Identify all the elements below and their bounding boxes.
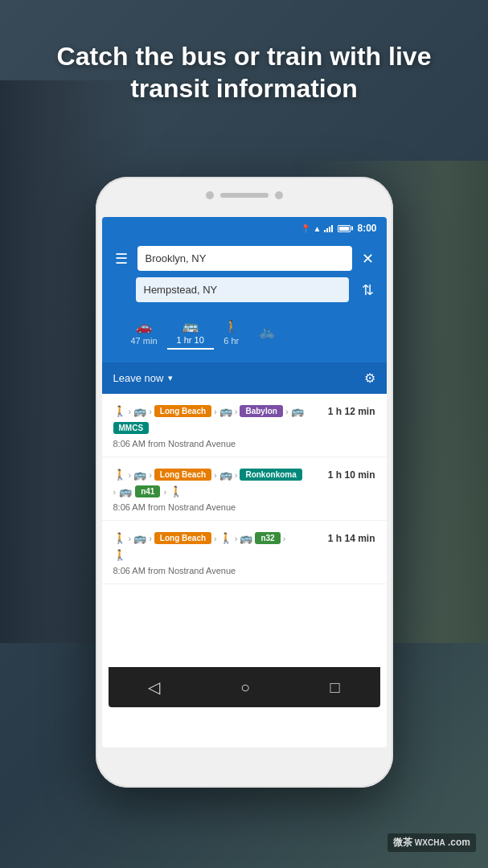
walk-icon-2: 🚶 (113, 469, 126, 481)
battery-icon (338, 225, 351, 232)
arrow-1a: › (129, 407, 132, 416)
long-beach-chip-1: Long Beach (154, 405, 211, 417)
nav-back-button[interactable]: ◁ (141, 671, 166, 703)
transit-time: 1 hr 10 (177, 335, 204, 345)
arrow-3c: › (214, 534, 217, 543)
phone-top-bar (206, 191, 283, 199)
arrow-2b: › (149, 470, 152, 480)
train-icon-1: 🚌 (219, 405, 232, 417)
babylon-chip-1: Babylon (240, 405, 282, 417)
watermark-brand: 微茶 (393, 837, 412, 848)
long-beach-chip-3: Long Beach (154, 532, 211, 544)
route-3-from: 8:06 AM from Nostrand Avenue (113, 566, 375, 575)
signal-icon (324, 224, 333, 232)
filter-button[interactable]: ⚙ (364, 371, 375, 386)
mode-walk[interactable]: 🚶 6 hr (214, 314, 249, 349)
route-item-1[interactable]: 🚶 › 🚌 › Long Beach › 🚌 › Babylon › 🚌 1 h… (102, 394, 387, 457)
walk-icon-2b: 🚶 (170, 485, 182, 497)
arrow-1e: › (285, 407, 289, 416)
route-2-header: 🚶 › 🚌 › Long Beach › 🚌 › Ronkonkoma 1 h … (113, 469, 375, 481)
phone-screen: 📍 ▲ 8:00 ☰ Brooklyn, NY (102, 217, 387, 747)
walk-icon-3: 🚶 (113, 532, 126, 544)
mmcs-chip: MMCS (113, 422, 150, 434)
swap-button[interactable]: ⇅ (359, 278, 377, 302)
train-icon-1b: 🚌 (291, 405, 304, 417)
n41-chip: n41 (135, 485, 160, 497)
dropdown-icon: ▾ (168, 373, 173, 383)
phone-speaker (220, 193, 269, 198)
arrow-1b: › (149, 407, 152, 416)
transport-modes: 🚗 47 min 🚌 1 hr 10 🚶 6 hr 🚲 (112, 309, 377, 351)
train-icon-3: 🚌 (240, 532, 252, 544)
mode-car[interactable]: 🚗 47 min (121, 314, 167, 349)
phone-device: 📍 ▲ 8:00 ☰ Brooklyn, NY (96, 177, 393, 788)
status-bar: 📍 ▲ 8:00 (102, 217, 387, 240)
n32-chip: n32 (255, 532, 280, 544)
watermark-box: 微茶 WXCHA .com (388, 833, 476, 852)
walk-icon: 🚶 (223, 319, 240, 334)
arrow-2d: › (235, 470, 238, 480)
route-3-icons: 🚶 › 🚌 › Long Beach › 🚶 › 🚌 n32 › (113, 532, 322, 544)
leave-now-button[interactable]: Leave now ▾ (113, 372, 174, 384)
arrow-1d: › (235, 407, 238, 416)
destination-row: Hempstead, NY ⇅ (112, 277, 377, 302)
arrow-2e: › (113, 487, 117, 497)
route-2-icons: 🚶 › 🚌 › Long Beach › 🚌 › Ronkonkoma (113, 469, 322, 481)
watermark: 微茶 WXCHA .com (388, 833, 476, 852)
maps-header: ☰ Brooklyn, NY ✕ Hempstead, NY ⇅ 🚗 47 mi… (102, 240, 387, 362)
ronkonkoma-chip: Ronkonkoma (240, 469, 301, 481)
menu-icon[interactable]: ☰ (112, 247, 131, 271)
mode-bike[interactable]: 🚲 (249, 319, 285, 344)
bottom-navigation: ◁ ○ □ (109, 667, 380, 707)
route-1-icons: 🚶 › 🚌 › Long Beach › 🚌 › Babylon › 🚌 (113, 405, 322, 417)
arrow-1c: › (214, 407, 217, 416)
arrow-2f: › (163, 487, 166, 497)
bus-icon-2: 🚌 (133, 469, 146, 481)
car-icon: 🚗 (136, 319, 152, 334)
bike-icon: 🚲 (259, 324, 275, 339)
destination-text: Hempstead, NY (144, 284, 218, 296)
nav-recents-button[interactable]: □ (324, 672, 347, 703)
origin-text: Brooklyn, NY (146, 252, 207, 264)
leave-now-bar: Leave now ▾ ⚙ (102, 362, 387, 394)
origin-input[interactable]: Brooklyn, NY (137, 246, 352, 271)
nav-home-button[interactable]: ○ (234, 672, 256, 703)
status-time: 8:00 (357, 223, 376, 234)
route-1-duration: 1 h 12 min (328, 406, 375, 417)
route-2-duration: 1 h 10 min (328, 469, 375, 481)
mode-transit[interactable]: 🚌 1 hr 10 (167, 313, 214, 350)
walk-icon-3b: 🚶 (219, 532, 232, 544)
leave-now-label: Leave now (113, 372, 164, 384)
route-2-from: 8:06 AM from Nostrand Avenue (113, 502, 375, 512)
location-icon: 📍 (301, 224, 310, 233)
phone-camera-right (275, 191, 283, 199)
watermark-domain: .com (448, 837, 470, 848)
walk-icon-1: 🚶 (113, 405, 126, 417)
walk-icon-3c: 🚶 (113, 549, 126, 561)
watermark-suffix: WXCHA (415, 838, 445, 847)
transit-icon-mode: 🚌 (182, 318, 199, 334)
arrow-3d: › (235, 534, 238, 543)
route-item-3[interactable]: 🚶 › 🚌 › Long Beach › 🚶 › 🚌 n32 › 1 h 14 … (102, 521, 387, 584)
route-1-from: 8:06 AM from Nostrand Avenue (113, 439, 375, 448)
route-3-duration: 1 h 14 min (328, 533, 375, 544)
destination-input[interactable]: Hempstead, NY (136, 277, 349, 302)
train-icon-2: 🚌 (219, 469, 232, 481)
long-beach-chip-2: Long Beach (154, 469, 211, 481)
arrow-2c: › (214, 470, 217, 480)
arrow-3e: › (283, 534, 286, 543)
close-button[interactable]: ✕ (359, 247, 377, 271)
bus-icon-1: 🚌 (133, 405, 146, 417)
wifi-icon: ▲ (314, 224, 322, 233)
arrow-3a: › (129, 534, 132, 543)
page-headline: Catch the bus or train with live transit… (24, 40, 464, 104)
bus-icon-3: 🚌 (133, 532, 146, 544)
arrow-2a: › (129, 470, 132, 480)
walk-time: 6 hr (223, 336, 239, 346)
route-3-header: 🚶 › 🚌 › Long Beach › 🚶 › 🚌 n32 › 1 h 14 … (113, 532, 375, 544)
arrow-3b: › (149, 534, 152, 543)
status-icons: 📍 ▲ 8:00 (301, 223, 377, 234)
route-item-2[interactable]: 🚶 › 🚌 › Long Beach › 🚌 › Ronkonkoma 1 h … (102, 457, 387, 521)
route-1-header: 🚶 › 🚌 › Long Beach › 🚌 › Babylon › 🚌 1 h… (113, 405, 375, 417)
bus-icon-2b: 🚌 (119, 485, 132, 497)
